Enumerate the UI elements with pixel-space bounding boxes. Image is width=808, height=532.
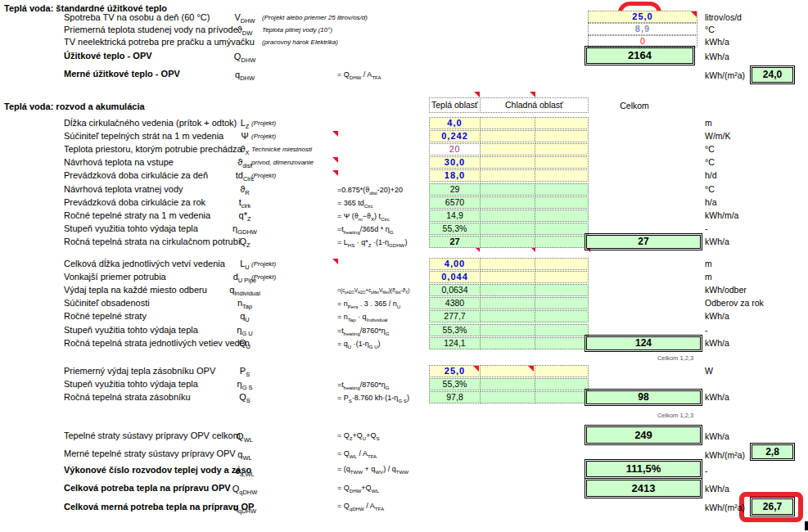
row-label: Prevádzková doba cirkulácie za rok <box>64 197 205 207</box>
side-result-box[interactable]: 24,0 <box>752 67 793 83</box>
region-cell[interactable] <box>480 130 535 142</box>
total-box[interactable]: 111,5% <box>586 461 701 477</box>
row-label: Výdaj tepla na každé miesto odberu <box>64 285 207 295</box>
worksheet: Teplá voda: štandardné úžitkové teplo Te… <box>0 0 808 532</box>
region-cell[interactable] <box>480 271 535 283</box>
region-cell[interactable] <box>480 378 535 390</box>
symbol: qIndividual <box>196 285 293 295</box>
region-cell[interactable] <box>535 378 589 390</box>
region-cell[interactable] <box>480 117 535 129</box>
side-result-box[interactable]: 2,8 <box>752 444 793 459</box>
symbol: qWL <box>196 449 293 459</box>
calc-cell[interactable]: 97,8 <box>429 391 481 404</box>
region-cell[interactable] <box>535 236 589 248</box>
calc-cell[interactable]: 27 <box>429 236 481 248</box>
region-cell[interactable] <box>535 143 589 156</box>
region-cell[interactable] <box>480 183 535 196</box>
total-box[interactable]: 124 <box>586 336 701 350</box>
input-cell[interactable]: 4,0 <box>429 117 481 129</box>
input-cell[interactable]: 18,0 <box>429 169 481 182</box>
region-cell[interactable] <box>480 365 535 377</box>
calc-cell[interactable]: 277,7 <box>429 310 481 322</box>
unit-label: W/m/K <box>705 131 731 141</box>
formula: =theating/365d * ηG <box>337 225 394 233</box>
symbol: QWL <box>196 431 293 441</box>
region-cell[interactable] <box>535 130 589 142</box>
calc-cell[interactable]: 20 <box>429 143 481 156</box>
unit-label: m <box>705 272 712 282</box>
region-cell[interactable] <box>535 297 589 309</box>
region-cell[interactable] <box>480 258 535 270</box>
unit-label: kWh/a <box>705 431 729 441</box>
row-label: Úžitkové teplo - OPV <box>64 51 152 61</box>
calc-cell[interactable]: 29 <box>429 183 481 196</box>
region-cell[interactable] <box>535 196 589 209</box>
formula: = QqDHW / ATFA <box>337 502 384 510</box>
symbol: ηGDHW <box>196 223 293 233</box>
region-cell[interactable] <box>535 223 589 235</box>
region-cell[interactable] <box>480 236 535 248</box>
region-cell[interactable] <box>480 337 535 349</box>
region-cell[interactable] <box>535 156 589 169</box>
input-cell[interactable]: 25,0 <box>588 11 697 23</box>
region-cell[interactable] <box>480 223 535 235</box>
region-cell[interactable] <box>480 297 535 309</box>
unit-label: °C <box>705 144 715 154</box>
region-cell[interactable] <box>480 169 535 182</box>
calc-cell[interactable]: 8,9 <box>588 23 697 35</box>
comment-marker-icon <box>473 366 479 372</box>
calc-cell[interactable]: 55,3% <box>429 223 481 235</box>
total-box[interactable]: 2413 <box>586 480 701 497</box>
region-cell[interactable] <box>535 210 589 222</box>
region-cell[interactable] <box>480 284 535 296</box>
region-cell[interactable] <box>480 310 535 322</box>
unit-label: - <box>705 325 708 335</box>
calc-cell[interactable]: 55,3% <box>429 324 481 336</box>
input-cell[interactable]: 30,0 <box>429 156 481 169</box>
symbol: LU <box>196 259 293 268</box>
row-label: Vonkajší priemer potrubia <box>64 272 166 282</box>
total-box[interactable]: 249 <box>586 426 701 444</box>
region-cell[interactable] <box>535 271 589 283</box>
symbol: ηG S <box>196 379 293 389</box>
side-result-box[interactable]: 26,7 <box>752 498 793 515</box>
input-cell[interactable]: 0,044 <box>429 271 481 283</box>
calc-cell[interactable]: 0,0634 <box>429 284 481 296</box>
total-box[interactable]: 2164 <box>586 47 693 64</box>
total-box[interactable]: 27 <box>586 235 701 249</box>
region-cell[interactable] <box>535 337 589 349</box>
calc-cell[interactable]: 4380 <box>429 297 481 309</box>
region-cell[interactable] <box>480 143 535 156</box>
region-cell[interactable] <box>535 169 589 182</box>
symbol: nTap <box>196 298 293 308</box>
region-cell[interactable] <box>480 196 535 209</box>
calc-cell[interactable]: 6570 <box>429 196 481 209</box>
region-cell[interactable] <box>535 324 589 336</box>
calc-cell[interactable]: 124,1 <box>429 337 481 349</box>
symbol: Ψ <box>196 131 293 141</box>
annotation: (Projekt) <box>251 273 276 281</box>
calc-cell[interactable]: 0 <box>588 35 697 47</box>
symbol: qU <box>196 311 293 321</box>
region-cell[interactable] <box>535 258 589 270</box>
region-cell[interactable] <box>535 117 589 129</box>
region-cell[interactable] <box>535 183 589 196</box>
annotation: prívod, dimenzovanie <box>251 159 314 166</box>
region-cell[interactable] <box>480 156 535 169</box>
region-cell[interactable] <box>535 391 589 404</box>
region-cell[interactable] <box>535 365 589 377</box>
region-cell[interactable] <box>480 210 535 222</box>
total-box[interactable]: 98 <box>586 390 701 404</box>
row-label: Ročná tepelná strata zásobníku <box>64 392 191 402</box>
unit-label: m <box>705 259 712 268</box>
region-cell[interactable] <box>535 284 589 296</box>
input-cell[interactable]: 0,242 <box>429 130 481 142</box>
calc-cell[interactable]: 14,9 <box>429 210 481 222</box>
calc-cell[interactable]: 55,3% <box>429 378 481 390</box>
formula: =theating/8760*ηG <box>337 327 390 335</box>
input-cell[interactable]: 4,00 <box>429 258 481 270</box>
region-cell[interactable] <box>480 391 535 404</box>
region-cell[interactable] <box>480 324 535 336</box>
formula: = QZ+QU+QS <box>337 431 380 440</box>
region-cell[interactable] <box>535 310 589 322</box>
